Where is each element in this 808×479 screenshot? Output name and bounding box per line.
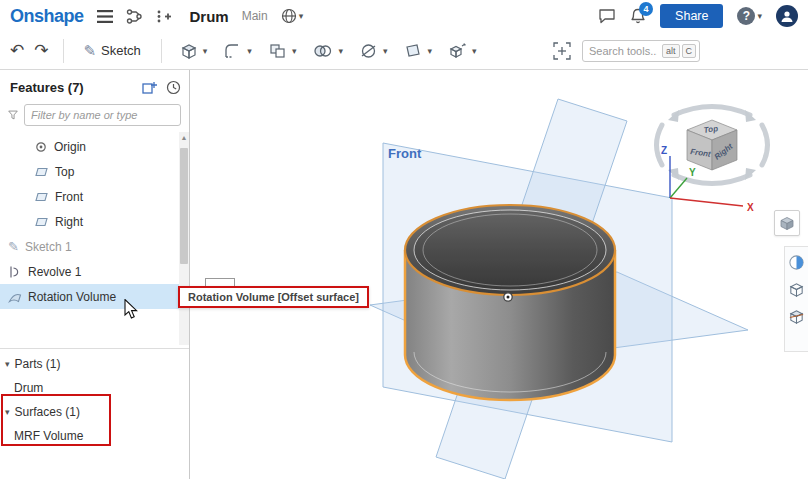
sketch-pencil-icon: ✎ [84,42,97,60]
feature-label: Top [55,165,74,179]
dropdown-caret-icon[interactable]: ▾ [203,46,208,56]
feature-item-top-plane[interactable]: Top [0,159,179,184]
feature-label: Revolve 1 [28,265,81,279]
redo-button[interactable]: ↷ [34,42,48,59]
help-icon[interactable]: ? [737,7,755,25]
extrude-icon [179,42,198,60]
dropdown-caret-icon[interactable]: ▾ [247,46,252,56]
sketch-button[interactable]: ✎ Sketch [78,39,147,63]
feature-toolbar: ↶ ↷ ✎ Sketch ▾ ▾ ▾ ▾ ▾ ▾ [0,32,808,70]
comments-icon[interactable] [598,8,616,24]
help-caret-icon[interactable]: ▾ [757,11,762,21]
hamburger-menu-icon[interactable] [97,10,113,23]
filter-row [8,104,181,126]
appearance-sphere-icon[interactable] [788,254,805,271]
section-view-icon[interactable] [788,308,805,325]
graphics-viewport[interactable]: Front Right [190,70,808,479]
parts-section-header[interactable]: ▾ Parts (1) [0,352,189,376]
z-axis-label: Z [661,145,667,156]
parts-header-label: Parts (1) [15,357,61,371]
feature-item-revolve1[interactable]: Revolve 1 [0,259,179,284]
feature-label: Sketch 1 [25,240,72,254]
split-tool-button[interactable]: ▾ [356,40,391,62]
feature-label: Front [55,190,83,204]
iso-cube-icon [779,215,795,231]
split-icon [359,42,378,60]
units-globe-icon[interactable]: ▾ [281,8,304,24]
dropdown-caret-icon[interactable]: ▾ [338,46,343,56]
front-plane-label: Front [388,146,422,161]
notifications-bell-icon[interactable]: 4 [630,8,646,25]
section-caret-icon[interactable]: ▾ [5,359,10,369]
mate-connector-icon[interactable] [552,41,572,61]
undo-button[interactable]: ↶ [10,42,24,59]
3d-scene[interactable]: Front Right [190,70,808,479]
onshape-logo[interactable]: Onshape [10,6,84,27]
named-views-cube-icon[interactable] [788,281,805,298]
pattern-tool-button[interactable]: ▾ [265,40,300,62]
dropdown-caret-icon[interactable]: ▾ [427,46,432,56]
versions-tree-icon[interactable] [126,9,143,24]
share-button[interactable]: Share [660,4,723,28]
feature-item-right-plane[interactable]: Right [0,209,179,234]
feature-tree-scrollbar[interactable]: ▲ [179,132,189,345]
features-panel: Features (7) Origin Top Front [0,70,190,479]
insert-features-icon[interactable] [142,81,158,95]
boolean-tool-button[interactable]: ▾ [309,40,346,62]
parts-surfaces-list: ▾ Parts (1) Drum ▾ Surfaces (1) MRF Volu… [0,348,189,448]
section-caret-icon[interactable]: ▾ [5,407,10,417]
origin-point-dot [507,296,510,299]
filter-funnel-icon [8,108,18,122]
filter-input[interactable] [24,104,181,126]
follow-mode-icon[interactable] [156,9,171,24]
dropdown-caret-icon[interactable]: ▾ [383,46,388,56]
x-axis-label: X [747,202,754,213]
feature-item-rotation-volume[interactable]: Rotation Volume [0,284,179,309]
extrude-tool-button[interactable]: ▾ [176,40,211,62]
surface-label: MRF Volume [14,429,83,443]
part-item-drum[interactable]: Drum [0,376,189,400]
tooltip-text: Rotation Volume [Offset surface] [188,291,359,303]
feature-tree: Origin Top Front Right ✎ Sketch 1 Revolv… [0,134,179,309]
app-header: Onshape Drum Main ▾ 4 Share ? [0,0,808,32]
fillet-icon [223,42,242,60]
sketch-button-label: Sketch [101,43,141,58]
feature-item-front-plane[interactable]: Front [0,184,179,209]
surface-tool-icon [403,42,422,60]
surfaces-section-header[interactable]: ▾ Surfaces (1) [0,400,189,424]
surface-tool-button[interactable]: ▾ [400,40,435,62]
search-tools-input[interactable] [582,40,700,62]
y-axis-label: Y [689,167,696,178]
notification-count-badge: 4 [639,2,653,16]
boolean-icon [312,42,333,60]
plane-icon [34,215,49,229]
scrollbar-thumb[interactable] [180,148,188,264]
features-panel-header-icons [142,80,181,95]
workspace-name[interactable]: Main [242,9,268,23]
scrollbar-up-icon[interactable]: ▲ [179,132,189,144]
pattern-icon [268,42,287,60]
transform-tool-button[interactable]: ▾ [445,40,480,62]
feature-label: Right [55,215,83,229]
fillet-tool-button[interactable]: ▾ [220,40,255,62]
search-tools-box: alt C [582,40,700,62]
user-avatar[interactable] [776,5,798,27]
feature-item-sketch1[interactable]: ✎ Sketch 1 [0,234,179,259]
feature-item-origin[interactable]: Origin [0,134,179,159]
dropdown-caret-icon[interactable]: ▾ [472,46,477,56]
surfaces-header-label: Surfaces (1) [15,405,80,419]
mouse-cursor [124,299,140,321]
feature-label: Rotation Volume [28,290,116,304]
surface-item-mrf-volume[interactable]: MRF Volume [0,424,189,448]
revolve-icon [8,265,22,279]
globe-caret-icon[interactable]: ▾ [299,11,304,21]
isometric-view-button[interactable] [774,210,800,236]
right-edge-toolbar [784,246,808,352]
dropdown-caret-icon[interactable]: ▾ [292,46,297,56]
help-menu[interactable]: ? ▾ [737,7,762,25]
origin-icon [34,140,48,154]
document-title: Drum [190,8,229,25]
features-panel-header: Features (7) [10,80,181,95]
history-clock-icon[interactable] [166,80,181,95]
features-panel-title: Features (7) [10,80,84,95]
